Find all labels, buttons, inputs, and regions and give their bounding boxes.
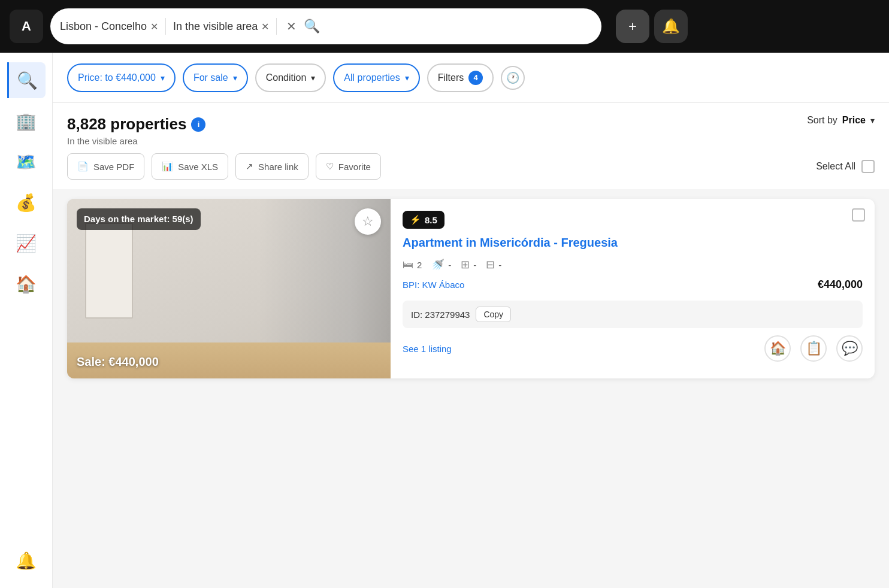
search-icon[interactable]: 🔍 <box>304 19 320 34</box>
star-button[interactable]: ☆ <box>355 208 381 235</box>
sidebar-item-buildings[interactable]: 🏢 <box>8 103 44 139</box>
select-all-checkbox[interactable] <box>861 160 875 173</box>
save-xls-button[interactable]: 📊 Save XLS <box>152 153 228 180</box>
buildings-icon: 🏢 <box>16 111 37 131</box>
home-icon: 🏠 <box>16 274 37 294</box>
clock-icon[interactable]: 🕐 <box>501 66 525 90</box>
area1-value: - <box>473 260 476 270</box>
card-select-checkbox[interactable] <box>852 208 865 222</box>
save-xls-icon: 📊 <box>162 161 173 172</box>
count-text: 8,828 properties <box>67 115 186 134</box>
share-icon: ↗ <box>246 161 253 172</box>
sale-chevron-icon: ▾ <box>233 73 237 83</box>
score-value: 8.5 <box>425 215 437 225</box>
save-pdf-icon: 📄 <box>77 161 89 172</box>
filter-bar: Price: to €440,000 ▾ For sale ▾ Conditio… <box>53 53 889 103</box>
sidebar-item-pricing[interactable]: 💰 <box>8 184 44 220</box>
area1-spec: ⊞ - <box>461 258 476 271</box>
properties-filter-label: All properties <box>344 72 400 83</box>
price-filter[interactable]: Price: to €440,000 ▾ <box>67 63 176 92</box>
sort-by-label: Sort by <box>807 115 837 126</box>
copy-action-glyph: 📋 <box>806 341 822 356</box>
sale-filter-label: For sale <box>193 72 228 83</box>
lightning-icon: ⚡ <box>410 214 421 225</box>
condition-filter[interactable]: Condition ▾ <box>255 63 326 92</box>
chip-label: Lisbon - Concelho <box>60 20 147 33</box>
map-icon: 🗺️ <box>16 152 37 172</box>
notifications-icon: 🔔 <box>16 551 37 571</box>
results-count: 8,828 properties i <box>67 115 205 134</box>
filters-button[interactable]: Filters 4 <box>427 63 494 92</box>
sale-price-overlay: Sale: €440,000 <box>77 355 159 369</box>
agency-name[interactable]: BPI: KW Ábaco <box>403 280 464 290</box>
save-pdf-button[interactable]: 📄 Save PDF <box>67 153 144 180</box>
search-chip-lisbon[interactable]: Lisbon - Concelho ✕ <box>60 20 158 33</box>
home-action-icon[interactable]: 🏠 <box>764 335 791 362</box>
save-xls-label: Save XLS <box>178 162 218 172</box>
sidebar: 🔍 🏢 🗺️ 💰 📈 🏠 🔔 <box>0 53 53 588</box>
share-link-label: Share link <box>258 162 298 172</box>
sidebar-item-home[interactable]: 🏠 <box>8 266 44 302</box>
chat-action-icon[interactable]: 💬 <box>836 335 863 362</box>
card-specs: 🛏 2 🚿 - ⊞ - ⊟ - <box>403 258 863 271</box>
results-subtitle: In the visible area <box>67 136 205 146</box>
copy-action-icon[interactable]: 📋 <box>800 335 827 362</box>
card-details: ⚡ 8.5 Apartment in Misericórdia - Fregue… <box>391 199 875 378</box>
sale-filter[interactable]: For sale ▾ <box>183 63 248 92</box>
search-divider-2 <box>276 18 277 35</box>
main-layout: 🔍 🏢 🗺️ 💰 📈 🏠 🔔 Price: to €440,000 ▾ <box>0 53 889 588</box>
sidebar-item-map[interactable]: 🗺️ <box>8 144 44 180</box>
cards-area: Days on the market: 59(s) ☆ Sale: €440,0… <box>53 189 889 588</box>
condition-chevron-icon: ▾ <box>311 73 315 83</box>
card-image-wrap: Days on the market: 59(s) ☆ Sale: €440,0… <box>67 199 391 378</box>
property-price: €440,000 <box>818 278 863 291</box>
sidebar-item-analytics[interactable]: 📈 <box>8 225 44 261</box>
logo-button[interactable]: A <box>10 10 43 43</box>
bath-icon: 🚿 <box>431 258 444 271</box>
top-actions: + 🔔 <box>616 10 688 43</box>
agency-row: BPI: KW Ábaco €440,000 <box>403 278 863 291</box>
score-badge: ⚡ 8.5 <box>403 211 444 229</box>
sort-control[interactable]: Sort by Price ▾ <box>807 115 875 126</box>
baths-spec: 🚿 - <box>431 258 451 271</box>
share-link-button[interactable]: ↗ Share link <box>235 153 309 180</box>
area2-spec: ⊟ - <box>486 258 501 271</box>
search-clear-icon[interactable]: ✕ <box>286 19 297 34</box>
price-filter-label: Price: to €440,000 <box>78 72 156 83</box>
price-chevron-icon: ▾ <box>161 73 165 83</box>
notification-button[interactable]: 🔔 <box>654 10 688 43</box>
id-row: ID: 237279943 Copy <box>403 301 863 328</box>
beds-value: 2 <box>417 260 422 270</box>
chip-close-icon[interactable]: ✕ <box>150 21 158 32</box>
pricing-icon: 💰 <box>16 193 37 213</box>
heart-icon: ♡ <box>326 161 334 172</box>
add-button[interactable]: + <box>616 10 649 43</box>
property-card: Days on the market: 59(s) ☆ Sale: €440,0… <box>67 199 875 378</box>
property-title[interactable]: Apartment in Misericórdia - Freguesia <box>403 236 863 250</box>
home-action-glyph: 🏠 <box>770 341 786 356</box>
save-pdf-label: Save PDF <box>93 162 134 172</box>
analytics-icon: 📈 <box>16 234 37 253</box>
info-icon[interactable]: i <box>191 117 205 132</box>
search-chip-visible[interactable]: In the visible area ✕ <box>173 20 269 33</box>
select-all-label: Select All <box>816 161 855 172</box>
chip-label-2: In the visible area <box>173 20 258 33</box>
properties-filter[interactable]: All properties ▾ <box>333 63 419 92</box>
sidebar-item-notifications[interactable]: 🔔 <box>8 542 44 578</box>
sidebar-item-search[interactable]: 🔍 <box>7 62 46 98</box>
baths-value: - <box>448 260 451 270</box>
results-info: 8,828 properties i In the visible area <box>67 115 205 146</box>
area2-value: - <box>498 260 501 270</box>
see-listing-link[interactable]: See 1 listing <box>403 344 452 354</box>
copy-button[interactable]: Copy <box>476 307 511 322</box>
favorite-label: Favorite <box>338 162 371 172</box>
area2-icon: ⊟ <box>486 258 495 271</box>
favorite-button[interactable]: ♡ Favorite <box>316 153 381 180</box>
sort-value: Price <box>842 115 866 126</box>
property-id: ID: 237279943 <box>411 310 470 320</box>
card-actions: See 1 listing 🏠 📋 💬 <box>403 335 863 362</box>
action-icons: 🏠 📋 💬 <box>764 335 863 362</box>
beds-spec: 🛏 2 <box>403 259 422 271</box>
search-bar: Lisbon - Concelho ✕ In the visible area … <box>50 8 601 44</box>
chip-close-icon-2[interactable]: ✕ <box>261 21 269 32</box>
